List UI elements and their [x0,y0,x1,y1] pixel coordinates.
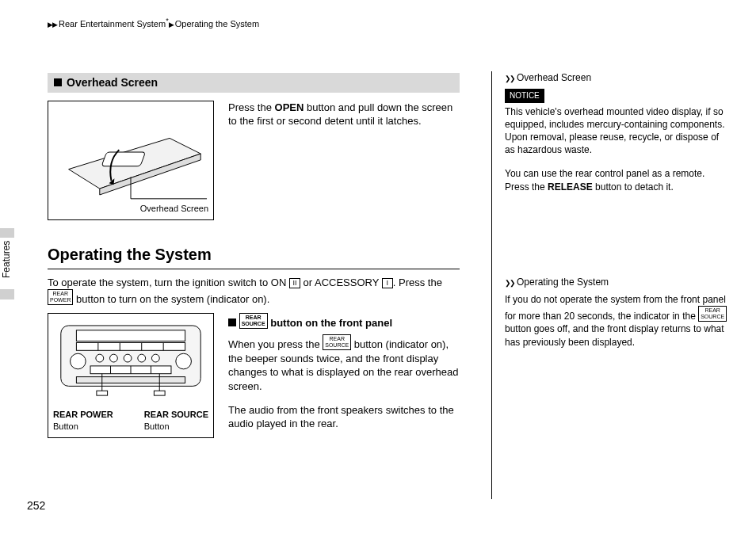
breadcrumb-arrow-2: ▶ [169,21,174,29]
features-tab: Features [0,238,22,289]
svg-point-13 [71,353,86,369]
overhead-paragraph: Press the OPEN button and pull down the … [228,101,460,220]
key-i-icon: I [382,278,393,288]
overhead-heading-text: Overhead Screen [67,76,158,89]
notice-text: This vehicle's overhead mounted video di… [505,105,729,157]
overhead-para-pre: Press the [228,101,275,113]
overhead-screen-illustration [53,106,208,201]
overhead-figure-caption: Overhead Screen [53,203,208,215]
figure-overhead-screen: Overhead Screen [48,101,214,220]
dbl-chevron-icon-2: ❯❯ [505,279,514,287]
front-panel-labels: REAR POWERButton REAR SOURCEButton [53,409,208,433]
release-text: You can use the rear control panel as a … [505,167,729,193]
rear-source-key-icon-2: REARSOURCE [323,334,351,350]
key-ii-icon: II [289,278,300,288]
svg-point-17 [124,354,132,362]
front-panel-text: REARSOURCE button on the front panel Whe… [228,313,460,438]
page-number: 252 [27,498,45,513]
breadcrumb-part2: Operating the System [175,19,259,29]
rear-source-key-icon-3: REARSOURCE [698,306,727,322]
sidebar: ❯❯Overhead Screen NOTICE This vehicle's … [491,71,729,499]
svg-rect-26 [154,391,165,395]
p2a: When you press the [228,338,323,350]
breadcrumb: ▶▶Rear Entertainment System*▶Operating t… [48,16,259,30]
rear-source-key-icon-1: REARSOURCE [239,313,268,329]
dbl-chevron-icon: ❯❯ [505,74,514,82]
operating-intro: To operate the system, turn the ignition… [48,276,460,307]
p3: The audio from the front speakers switch… [228,404,454,430]
svg-point-16 [110,354,118,362]
breadcrumb-part1: Rear Entertainment System [59,19,166,29]
sidebar-operating-text: If you do not operate the system from th… [505,293,729,349]
operating-system-title: Operating the System [48,244,460,269]
svg-rect-2 [101,152,145,166]
rear-power-key-icon: REARPOWER [48,289,73,305]
rear-power-label: REAR POWERButton [53,409,113,433]
heading-square-icon [54,78,62,86]
breadcrumb-arrow-1: ▶▶ [48,21,57,29]
sidebar-heading-operating: ❯❯Operating the System [505,276,729,288]
open-button-label: OPEN [275,101,304,113]
intro-1: To operate the system, turn the ignition… [48,277,289,288]
subheading-square-icon [228,318,236,326]
svg-point-19 [151,354,159,362]
intro-3: . Press the [393,277,442,288]
svg-rect-8 [76,342,185,350]
sidebar-heading-overhead: ❯❯Overhead Screen [505,71,729,84]
notice-badge: NOTICE [505,89,544,103]
subheading-text: button on the front panel [268,317,392,329]
front-panel-illustration [53,318,208,406]
svg-point-15 [96,354,104,362]
svg-rect-7 [76,330,185,341]
svg-rect-25 [97,391,108,395]
section-heading-overhead: Overhead Screen [48,73,460,93]
svg-point-14 [176,353,192,369]
svg-point-18 [138,354,146,362]
rear-source-label: REAR SOURCEButton [144,409,208,433]
figure-front-panel: REAR POWERButton REAR SOURCEButton [48,313,214,438]
release-label: RELEASE [548,181,593,193]
intro-4: button to turn on the system (indicator … [73,293,269,305]
intro-2: or ACCESSORY [300,277,382,288]
svg-rect-24 [76,376,185,383]
